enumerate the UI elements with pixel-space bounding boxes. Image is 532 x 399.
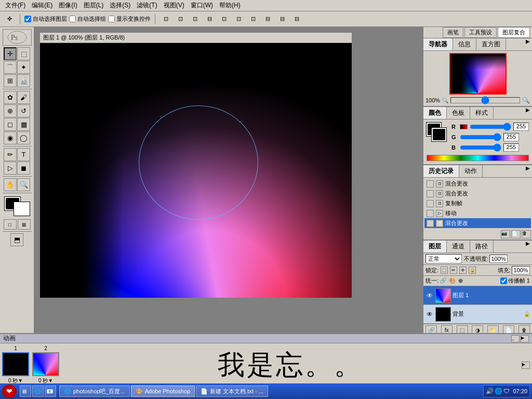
taskbar-btn-notepad[interactable]: 📄 新建 文本文档.txt - ... — [196, 385, 268, 397]
history-options[interactable]: ▶ — [524, 165, 532, 177]
anim-minimize-btn[interactable]: _ — [511, 335, 520, 342]
distribute4-button[interactable]: ⊟ — [290, 14, 303, 25]
anim-frame-thumb-1[interactable] — [32, 352, 59, 376]
history-delete[interactable]: 🗑 — [522, 230, 531, 238]
start-button[interactable]: ❤ — [2, 384, 17, 398]
info-tab[interactable]: 信息 — [453, 38, 476, 50]
history-check-1[interactable] — [427, 190, 434, 197]
layer-mask-btn[interactable]: ⬚ — [457, 325, 468, 333]
color-spectrum[interactable] — [427, 155, 529, 161]
menu-window[interactable]: 窗口(W) — [188, 0, 216, 11]
lock-all-btn[interactable]: 🔒 — [469, 267, 476, 274]
lasso-tool[interactable]: ⌒ — [4, 61, 17, 74]
distribute3-button[interactable]: ⊟ — [276, 14, 288, 25]
history-check-0[interactable] — [427, 180, 434, 188]
actions-tab[interactable]: 动作 — [459, 165, 483, 177]
anim-expand-btn[interactable]: ▶ — [521, 335, 529, 342]
screen-mode-btn[interactable]: ⬒ — [10, 233, 23, 246]
nav-zoom-in[interactable]: 🔍 — [522, 97, 530, 104]
distribute2-button[interactable]: ⊟ — [261, 14, 274, 25]
quick-mask-mode[interactable]: ⊠ — [18, 219, 31, 230]
distribute-button[interactable]: ⊟ — [203, 14, 216, 25]
menu-filter[interactable]: 滤镜(T) — [134, 0, 160, 11]
swatches-tab[interactable]: 色板 — [447, 107, 470, 119]
anim-scroll-btn[interactable]: ▶ — [522, 362, 530, 369]
auto-select-layer-check[interactable]: 自动选择图层 — [24, 15, 67, 23]
layer-group-btn[interactable]: 📁 — [487, 325, 499, 333]
anim-frame-0[interactable]: 1 0 秒▼ — [2, 345, 29, 384]
history-new-snapshot[interactable]: 📷 — [501, 230, 510, 238]
align-left-button[interactable]: ⊡ — [159, 14, 172, 25]
layer-eye-0[interactable]: 👁 — [425, 291, 434, 300]
menu-layer[interactable]: 图层(L) — [81, 0, 107, 11]
pen-tool[interactable]: ✏ — [4, 148, 17, 161]
align-middle-button[interactable]: ⊡ — [232, 14, 245, 25]
layer-new-btn[interactable]: 📄 — [503, 325, 514, 333]
menu-select[interactable]: 选择(S) — [107, 0, 134, 11]
opacity-input[interactable] — [489, 255, 508, 263]
layer-adj-btn[interactable]: ◑ — [472, 325, 483, 333]
lock-transparent-btn[interactable]: ⬚ — [441, 267, 448, 274]
history-check-3[interactable] — [427, 210, 434, 217]
fill-input[interactable] — [512, 266, 530, 274]
g-slider[interactable] — [460, 135, 501, 140]
color-tab[interactable]: 颜色 — [423, 107, 447, 119]
text-tool[interactable]: T — [17, 148, 30, 161]
history-new-doc[interactable]: 📄 — [511, 230, 521, 238]
layer-item-1[interactable]: 👁 背景 🔒 — [423, 305, 532, 324]
standard-mode[interactable]: □ — [4, 219, 17, 230]
blend-mode-select[interactable]: 正常 — [425, 254, 462, 263]
canvas-area[interactable]: 图层 1 @ 100% (图层 1, RGB/8) — [34, 27, 423, 333]
history-brush-tool[interactable]: ↺ — [17, 104, 30, 117]
layer-delete-btn[interactable]: 🗑 — [518, 325, 530, 333]
history-check-2[interactable] — [427, 200, 434, 207]
unify-icon1[interactable]: 🔗 — [440, 277, 447, 284]
show-transform-check[interactable]: 显示变换控件 — [108, 15, 151, 23]
zoom-tool[interactable]: 🔍 — [17, 178, 30, 191]
history-item-1[interactable]: ⊡ 混合更改 — [424, 189, 531, 198]
propagate-check[interactable]: 传播帧 1 — [500, 277, 530, 285]
taskbar-btn-photoshop[interactable]: 🎨 Adobe Photoshop — [131, 385, 195, 397]
layer-link-btn[interactable]: 🔗 — [425, 325, 437, 333]
brush-tool[interactable]: 🖌 — [17, 91, 30, 104]
align-bottom-button[interactable]: ⊡ — [247, 14, 259, 25]
shape-tool[interactable]: ◼ — [17, 162, 30, 175]
color-options[interactable]: ▶ — [524, 107, 532, 119]
b-slider[interactable] — [460, 145, 501, 150]
history-item-0[interactable]: ⊡ 混合更改 — [424, 179, 531, 189]
channels-tab[interactable]: 通道 — [447, 241, 470, 252]
nav-zoom-slider[interactable] — [450, 97, 520, 103]
unify-icon3[interactable]: ⊕ — [458, 277, 463, 284]
quicklaunch-2[interactable]: 🌐 — [32, 385, 44, 397]
menu-file[interactable]: 文件(F) — [2, 0, 29, 11]
nav-zoom-out[interactable]: 🔍 — [442, 98, 448, 103]
menu-help[interactable]: 帮助(H) — [216, 0, 244, 11]
paths-tab[interactable]: 路径 — [470, 241, 494, 252]
histogram-tab[interactable]: 直方图 — [476, 38, 506, 50]
history-item-3[interactable]: ▷ 移动 — [424, 208, 531, 218]
layer-eye-1[interactable]: 👁 — [425, 310, 434, 318]
gradient-tool[interactable]: ▦ — [17, 118, 30, 131]
taskbar-btn-browser[interactable]: 🌐 photoshop吧_百度... — [59, 385, 130, 397]
history-tab[interactable]: 历史记录 — [423, 165, 459, 177]
move-tool[interactable]: ✛ — [4, 47, 17, 60]
anim-frame-1[interactable]: 2 0 秒▼ — [32, 345, 59, 384]
background-color[interactable] — [14, 202, 30, 216]
align-center-button[interactable]: ⊡ — [174, 14, 187, 25]
menu-image[interactable]: 图像(I) — [56, 0, 80, 11]
canvas-image[interactable] — [40, 43, 352, 298]
auto-select-group-check[interactable]: 自动选择组 — [69, 15, 106, 23]
clone-stamp-tool[interactable]: ⊕ — [4, 104, 17, 117]
hand-tool[interactable]: ✋ — [4, 178, 17, 191]
anim-frame-thumb-0[interactable] — [2, 352, 29, 376]
blur-tool[interactable]: ◉ — [4, 131, 17, 144]
eyedropper-tool[interactable]: 🔬 — [17, 74, 30, 87]
r-slider[interactable] — [470, 124, 511, 129]
quicklaunch-3[interactable]: 📧 — [45, 385, 56, 397]
menu-edit[interactable]: 编辑(E) — [29, 0, 56, 11]
quicklaunch-1[interactable]: 🖥 — [20, 385, 31, 397]
navigator-options[interactable]: ▶ — [524, 38, 532, 50]
crop-tool[interactable]: ⊞ — [4, 74, 17, 87]
move-tool-button[interactable]: ✜ — [3, 14, 16, 25]
menu-view[interactable]: 视图(V) — [161, 0, 188, 11]
